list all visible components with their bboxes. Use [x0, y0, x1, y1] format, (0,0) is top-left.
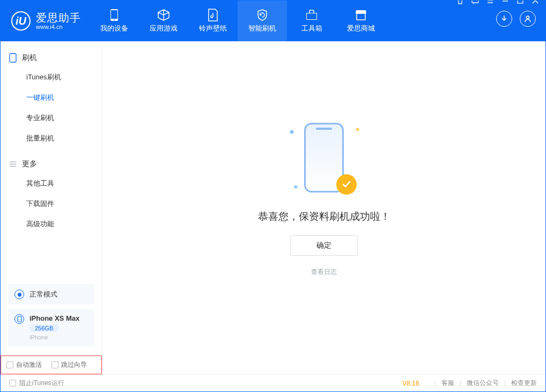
group-header-label: 刷机 — [22, 53, 37, 63]
svg-rect-5 — [307, 13, 316, 19]
svg-point-2 — [114, 19, 115, 20]
main-content: 恭喜您，保资料刷机成功啦！ 确定 查看日志 — [102, 41, 545, 374]
phone-outline-icon — [9, 53, 17, 63]
sparkle-icon — [290, 130, 294, 134]
titlebar: iU 爱思助手 www.i4.cn 我的设备 应用游戏 铃声壁纸 智能刷机 — [1, 1, 545, 41]
sidebar-item-pro-flash[interactable]: 专业刷机 — [1, 108, 102, 128]
sidebar-group-flash: 刷机 — [1, 49, 102, 67]
status-link-update[interactable]: 检查更新 — [511, 379, 537, 388]
device-storage-badge: 256GB — [29, 324, 58, 332]
success-illustration — [289, 117, 359, 198]
device-phone-icon — [14, 314, 24, 324]
body: 刷机 iTunes刷机 一键刷机 专业刷机 批量刷机 更多 其他工具 下载固件 … — [1, 41, 545, 374]
window-controls — [455, 0, 543, 5]
nav-my-device[interactable]: 我的设备 — [90, 1, 139, 41]
titlebar-actions — [496, 11, 543, 27]
nav-store[interactable]: 爱思商城 — [336, 1, 386, 41]
success-panel: 恭喜您，保资料刷机成功啦！ 确定 查看日志 — [258, 117, 390, 277]
checkbox-auto-activate[interactable]: 自动激活 — [6, 360, 42, 369]
device-icon — [108, 9, 121, 21]
logo-icon: iU — [11, 11, 31, 31]
view-log-link[interactable]: 查看日志 — [311, 268, 337, 277]
logo-block: iU 爱思助手 www.i4.cn — [1, 11, 90, 31]
sidebar-item-itunes-flash[interactable]: iTunes刷机 — [1, 67, 102, 87]
sidebar-item-oneclick-flash[interactable]: 一键刷机 — [1, 87, 102, 108]
svg-rect-10 — [10, 54, 16, 62]
sidebar-item-other-tools[interactable]: 其他工具 — [1, 173, 102, 194]
maximize-icon[interactable] — [515, 0, 525, 5]
cube-icon — [157, 9, 170, 21]
feedback-icon[interactable] — [470, 0, 480, 5]
refresh-shield-icon — [256, 9, 269, 21]
sidebar-item-batch-flash[interactable]: 批量刷机 — [1, 128, 102, 149]
nav-apps-games[interactable]: 应用游戏 — [139, 1, 188, 41]
checkbox-icon — [6, 361, 13, 368]
device-type: iPhone — [29, 334, 79, 341]
check-badge-icon — [336, 174, 357, 195]
sidebar-item-download-firmware[interactable]: 下载固件 — [1, 194, 102, 214]
checkbox-skip-guide[interactable]: 跳过向导 — [51, 360, 87, 369]
store-icon — [355, 9, 367, 21]
ok-button[interactable]: 确定 — [290, 235, 358, 256]
download-button[interactable] — [496, 11, 512, 27]
nav-toolbox[interactable]: 工具箱 — [287, 1, 336, 41]
flash-options-row: 自动激活 跳过向导 — [1, 356, 102, 374]
close-icon[interactable] — [530, 0, 540, 5]
toolbox-icon — [305, 9, 318, 21]
svg-rect-7 — [472, 0, 478, 3]
sparkle-icon — [356, 128, 359, 131]
svg-rect-8 — [518, 0, 523, 3]
minimize-icon[interactable] — [500, 0, 510, 5]
mode-label: 正常模式 — [29, 290, 57, 299]
checkbox-block-itunes[interactable]: 阻止iTunes运行 — [9, 379, 64, 388]
music-file-icon — [206, 9, 219, 21]
status-link-wechat[interactable]: 微信公众号 — [467, 379, 499, 388]
nav-label: 铃声壁纸 — [199, 24, 227, 33]
menu-icon[interactable] — [485, 0, 495, 5]
sparkle-icon — [294, 185, 298, 189]
device-mode-row[interactable]: 正常模式 — [8, 284, 94, 305]
statusbar: 阻止iTunes运行 V8.16 | 客服 | 微信公众号 | 检查更新 — [1, 374, 545, 391]
theme-icon[interactable] — [455, 0, 465, 5]
app-subtitle: www.i4.cn — [36, 24, 81, 30]
device-info-row[interactable]: iPhone XS Max 256GB iPhone — [8, 309, 94, 346]
svg-rect-1 — [111, 10, 117, 19]
mode-icon — [14, 290, 24, 299]
version-label: V8.16 — [402, 380, 419, 387]
svg-rect-11 — [18, 316, 21, 322]
success-message: 恭喜您，保资料刷机成功啦！ — [258, 210, 390, 224]
nav-smart-flash[interactable]: 智能刷机 — [238, 1, 287, 41]
logo-text: 爱思助手 www.i4.cn — [36, 12, 81, 30]
nav-label: 工具箱 — [301, 24, 322, 33]
app-title: 爱思助手 — [36, 12, 81, 24]
logo-letter: iU — [16, 15, 26, 27]
checkbox-label: 阻止iTunes运行 — [19, 379, 64, 388]
list-icon — [9, 160, 17, 168]
sidebar-item-advanced[interactable]: 高级功能 — [1, 214, 102, 234]
checkbox-label: 自动激活 — [16, 360, 42, 369]
checkbox-label: 跳过向导 — [61, 360, 87, 369]
device-panel: 正常模式 iPhone XS Max 256GB iPhone — [1, 279, 102, 356]
nav-ringtone-wallpaper[interactable]: 铃声壁纸 — [188, 1, 238, 41]
sidebar: 刷机 iTunes刷机 一键刷机 专业刷机 批量刷机 更多 其他工具 下载固件 … — [1, 41, 102, 374]
group-header-label: 更多 — [22, 159, 37, 169]
device-name: iPhone XS Max — [29, 314, 79, 322]
svg-rect-6 — [357, 13, 365, 20]
app-window: iU 爱思助手 www.i4.cn 我的设备 应用游戏 铃声壁纸 智能刷机 — [0, 0, 546, 392]
sidebar-group-more: 更多 — [1, 155, 102, 173]
svg-point-9 — [527, 16, 529, 19]
checkbox-icon — [51, 361, 58, 368]
main-nav: 我的设备 应用游戏 铃声壁纸 智能刷机 工具箱 爱思商城 — [90, 1, 386, 41]
status-link-support[interactable]: 客服 — [441, 379, 454, 388]
nav-label: 应用游戏 — [150, 24, 178, 33]
nav-label: 我的设备 — [100, 24, 128, 33]
checkbox-icon — [9, 380, 16, 387]
nav-label: 爱思商城 — [347, 24, 375, 33]
nav-label: 智能刷机 — [248, 24, 276, 33]
user-button[interactable] — [520, 11, 536, 27]
